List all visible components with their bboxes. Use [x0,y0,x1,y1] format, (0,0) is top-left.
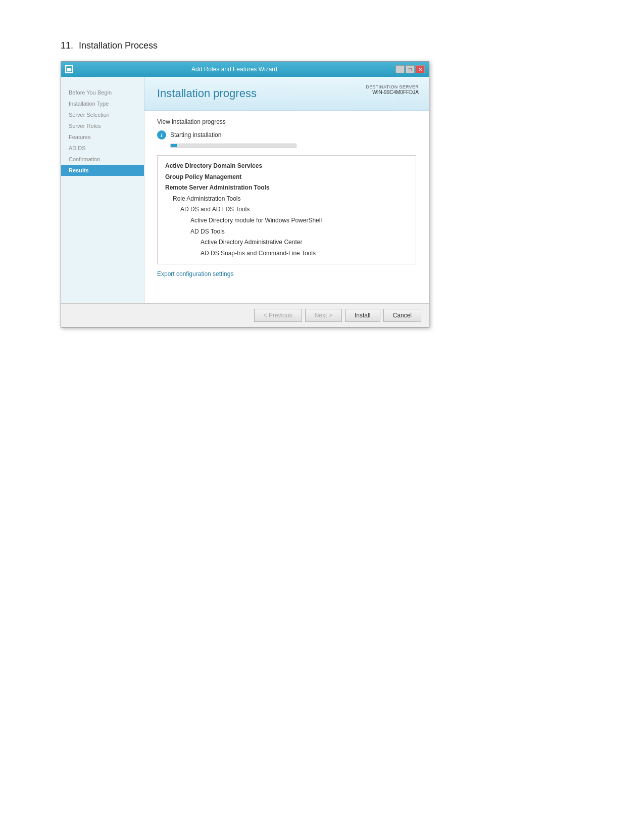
list-item: Active Directory module for Windows Powe… [165,215,408,226]
sidebar-item-server-selection: Server Selection [61,109,144,120]
info-icon: i [157,130,166,140]
list-item: AD DS and AD LDS Tools [165,204,408,215]
feature-list-box: Active Directory Domain Services Group P… [157,155,416,264]
destination-server-label: DESTINATION SERVER [366,84,419,89]
previous-button[interactable]: < Previous [254,309,302,322]
list-item: AD DS Tools [165,226,408,238]
window-title: Add Roles and Features Wizard [73,66,395,73]
view-progress-label: View installation progress [157,118,416,125]
sidebar-item-before-you-begin: Before You Begin [61,87,144,98]
title-bar-left [65,65,73,73]
content-area: Installation progress DESTINATION SERVER… [144,77,429,303]
destination-server-name: WIN-99C4M0FFDJA [366,89,419,95]
list-item: Role Administration Tools [165,194,408,205]
status-text: Starting installation [170,131,221,138]
install-button[interactable]: Install [345,309,380,322]
list-item: Active Directory Administrative Center [165,237,408,248]
content-body: View installation progress i Starting in… [144,111,429,303]
status-row: i Starting installation [157,130,416,140]
next-button[interactable]: Next > [305,309,342,322]
close-button[interactable]: ✕ [416,65,425,73]
list-item: Remote Server Administration Tools [165,182,408,194]
wizard-window: Add Roles and Features Wizard – □ ✕ Befo… [61,61,429,328]
wizard-icon [65,65,73,73]
svg-rect-1 [67,67,72,68]
sidebar-item-confirmation: Confirmation [61,154,144,165]
wizard-sidebar: Before You Begin Installation Type Serve… [61,77,144,303]
wizard-body: Before You Begin Installation Type Serve… [61,77,429,303]
progress-bar-container [170,144,296,148]
sidebar-item-ad-ds: AD DS [61,143,144,154]
window-controls: – □ ✕ [395,65,425,73]
sidebar-item-results: Results [61,165,144,176]
cancel-button[interactable]: Cancel [383,309,421,322]
wizard-footer: < Previous Next > Install Cancel [61,303,429,327]
list-item: Active Directory Domain Services [165,161,408,172]
section-number: 11. [61,40,73,51]
section-title: 11. Installation Process [61,40,583,51]
destination-server-info: DESTINATION SERVER WIN-99C4M0FFDJA [366,84,419,95]
minimize-button[interactable]: – [395,65,405,73]
sidebar-item-installation-type: Installation Type [61,98,144,109]
export-configuration-link[interactable]: Export configuration settings [157,270,233,277]
section-heading-text: Installation Process [79,40,158,51]
content-header: Installation progress DESTINATION SERVER… [144,77,429,111]
maximize-button[interactable]: □ [406,65,415,73]
list-item: AD DS Snap-Ins and Command-Line Tools [165,248,408,259]
page-wrapper: 11. Installation Process Add Roles and F… [0,0,644,368]
sidebar-item-features: Features [61,131,144,143]
title-bar: Add Roles and Features Wizard – □ ✕ [61,62,429,77]
list-item: Group Policy Management [165,172,408,183]
progress-bar-fill [171,144,177,147]
sidebar-item-server-roles: Server Roles [61,120,144,131]
